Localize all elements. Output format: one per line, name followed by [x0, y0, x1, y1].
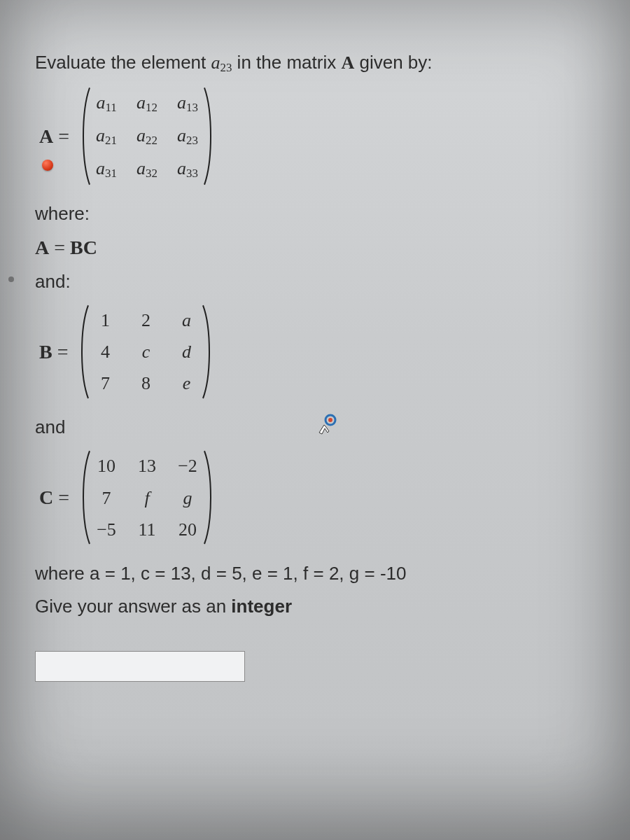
- cell: 1: [94, 308, 115, 332]
- answer-input[interactable]: [35, 651, 245, 682]
- cell: a23: [177, 123, 198, 149]
- right-paren-icon: [202, 86, 215, 186]
- cell: −2: [177, 454, 198, 478]
- cell: a: [176, 308, 197, 332]
- left-paren-icon: [79, 86, 92, 186]
- instruction-prefix: Give your answer as an: [35, 596, 231, 617]
- cell: d: [176, 340, 197, 364]
- prompt-matrix-name: A: [341, 52, 354, 73]
- matrix-c-lhs: C =: [39, 484, 69, 511]
- cell: a22: [136, 123, 158, 149]
- cell: 2: [135, 308, 156, 332]
- relation-rhs: BC: [70, 237, 97, 258]
- matrix-c-definition: C = 10 13 −2 7 f g −5 11 20: [39, 449, 595, 545]
- cell: c: [135, 340, 156, 364]
- cell: 13: [136, 454, 158, 478]
- matrix-c-grid: 10 13 −2 7 f g −5 11 20: [92, 449, 202, 545]
- values-line: where a = 1, c = 13, d = 5, e = 1, f = 2…: [35, 561, 595, 586]
- matrix-a-body: a11 a12 a13 a21 a22 a23 a31 a32 a33: [79, 86, 215, 186]
- cell: 10: [96, 454, 117, 478]
- left-paren-icon: [78, 304, 90, 400]
- instruction-bold: integer: [231, 596, 292, 617]
- where-label: where:: [35, 202, 595, 226]
- matrix-b-grid: 1 2 a 4 c d 7 8 e: [90, 304, 201, 400]
- question-content: Evaluate the element a23 in the matrix A…: [35, 50, 595, 682]
- prompt-suffix: given by:: [354, 52, 432, 73]
- bullet-dot: [8, 276, 14, 282]
- target-element-base: a: [211, 52, 220, 73]
- relation-line: A = BC: [35, 234, 595, 261]
- matrix-b-lhs: B =: [39, 339, 68, 365]
- cell: g: [177, 486, 198, 510]
- cell: a21: [96, 123, 117, 149]
- right-paren-icon: [201, 304, 214, 400]
- prompt-prefix: Evaluate the element: [35, 52, 211, 73]
- right-paren-icon: [202, 449, 215, 545]
- cell: a12: [136, 90, 158, 116]
- cell: 11: [136, 517, 158, 542]
- matrix-a-grid: a11 a12 a13 a21 a22 a23 a31 a32 a33: [92, 86, 202, 186]
- target-element-sub: 23: [220, 61, 232, 74]
- left-paren-icon: [79, 449, 92, 545]
- cell: f: [136, 486, 158, 510]
- relation-eq: =: [49, 237, 70, 258]
- cell: 4: [94, 340, 115, 364]
- matrix-a-lhs: A =: [39, 123, 69, 150]
- cell: a32: [136, 156, 158, 182]
- cell: a11: [96, 90, 117, 116]
- cell: 7: [94, 371, 115, 396]
- mouse-cursor-icon: [315, 413, 337, 435]
- svg-point-1: [328, 418, 332, 422]
- relation-lhs: A: [35, 237, 49, 258]
- and-label-1: and:: [35, 270, 595, 294]
- cell: −5: [96, 517, 117, 542]
- cell: 7: [96, 486, 117, 510]
- cell: 20: [177, 517, 198, 542]
- prompt-line: Evaluate the element a23 in the matrix A…: [35, 50, 595, 76]
- matrix-a-definition: A = a11 a12 a13 a21 a22 a23 a31 a32 a33: [39, 86, 595, 186]
- cell: a31: [96, 156, 117, 182]
- instruction-line: Give your answer as an integer: [35, 594, 595, 619]
- question-screen: Evaluate the element a23 in the matrix A…: [0, 0, 630, 840]
- cell: a33: [177, 156, 198, 182]
- matrix-b-body: 1 2 a 4 c d 7 8 e: [78, 304, 214, 400]
- cell: a13: [177, 90, 198, 116]
- cell: e: [176, 371, 197, 396]
- prompt-middle: in the matrix: [232, 52, 341, 73]
- matrix-b-definition: B = 1 2 a 4 c d 7 8 e: [39, 304, 595, 400]
- cell: 8: [135, 371, 156, 396]
- matrix-c-body: 10 13 −2 7 f g −5 11 20: [79, 449, 215, 545]
